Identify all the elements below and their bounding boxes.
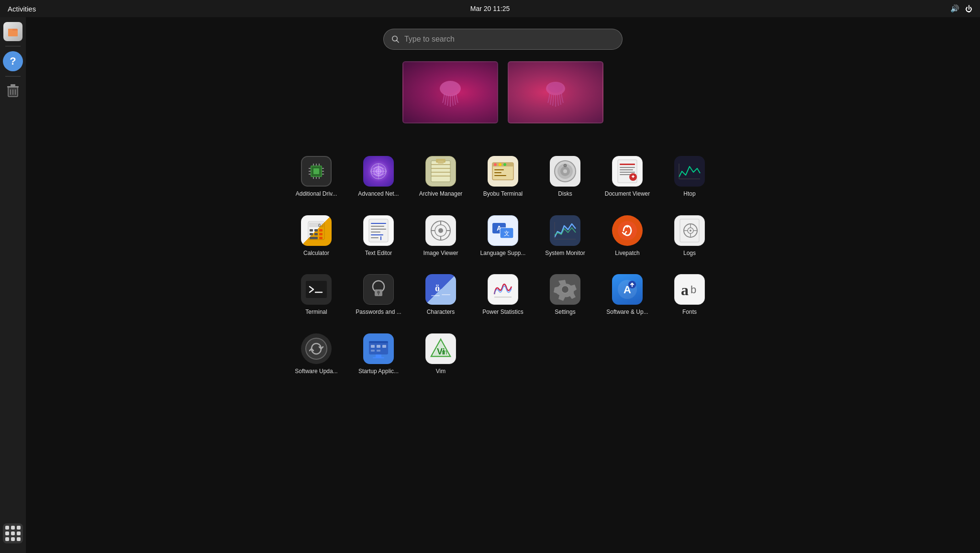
svg-rect-71	[310, 229, 313, 232]
app-item-image-viewer[interactable]: Image Viewer	[412, 211, 469, 261]
apps-grid-icon	[5, 526, 21, 541]
fonts-label: Fonts	[682, 309, 697, 316]
app-item-additional-drivers[interactable]: Additional Driv...	[288, 152, 345, 202]
search-bar[interactable]	[383, 29, 623, 50]
app-item-text-editor[interactable]: Text Editor	[350, 211, 407, 261]
document-viewer-label: Document Viewer	[605, 190, 650, 198]
svg-text:b: b	[690, 284, 696, 296]
app-item-byobu[interactable]: Byobu Terminal	[474, 152, 532, 202]
svg-rect-118	[431, 295, 440, 296]
volume-icon[interactable]: 🔊	[950, 4, 959, 13]
app-item-fonts[interactable]: a b Fonts	[661, 270, 718, 320]
search-input[interactable]	[404, 35, 614, 44]
svg-rect-134	[371, 345, 375, 348]
svg-point-46	[494, 163, 497, 166]
power-icon[interactable]: ⏻	[965, 5, 972, 13]
svg-rect-80	[371, 223, 386, 224]
window-thumbnails	[402, 61, 603, 123]
app-item-startup-applications[interactable]: Startup Applic...	[350, 330, 407, 379]
app-item-characters[interactable]: ö ش Characters	[412, 270, 469, 320]
trash-icon	[4, 82, 22, 100]
archive-manager-label: Archive Manager	[419, 190, 463, 198]
app-item-terminal[interactable]: Terminal	[288, 270, 345, 320]
svg-rect-62	[620, 174, 631, 175]
disks-label: Disks	[558, 190, 572, 198]
svg-rect-81	[371, 226, 384, 227]
svg-rect-131	[369, 341, 388, 343]
app-item-software-update[interactable]: Software Upda...	[288, 330, 345, 379]
vim-icon: Vi m	[425, 333, 456, 364]
svg-rect-138	[377, 350, 380, 352]
startup-svg	[366, 336, 391, 361]
byobu-label: Byobu Terminal	[483, 190, 523, 198]
app-item-document-viewer[interactable]: Document Viewer	[599, 152, 656, 202]
show-applications-button[interactable]	[3, 523, 23, 543]
logs-icon	[674, 215, 705, 246]
app-item-livepatch[interactable]: Livepatch	[599, 211, 656, 261]
svg-point-101	[626, 226, 628, 228]
app-item-archive-manager[interactable]: Archive Manager	[412, 152, 469, 202]
app-item-htop[interactable]: Htop	[661, 152, 718, 202]
disks-icon	[550, 156, 580, 187]
svg-rect-42	[438, 161, 444, 164]
app-item-power-statistics[interactable]: Power Statistics	[474, 270, 532, 320]
svg-point-47	[499, 163, 501, 166]
dock-divider	[5, 46, 21, 46]
app-item-language-support[interactable]: A 文 Language Supp...	[474, 211, 532, 261]
archive-svg	[429, 159, 452, 184]
svg-point-109	[690, 230, 691, 232]
system-monitor-label: System Monitor	[545, 250, 585, 257]
svg-rect-73	[319, 229, 323, 232]
files-icon	[6, 25, 20, 38]
window-thumb-1[interactable]	[402, 61, 498, 123]
terminal-icon	[301, 274, 332, 305]
htop-icon	[674, 156, 705, 187]
search-icon	[391, 35, 400, 44]
dock: ?	[0, 17, 26, 553]
svg-text:ö: ö	[435, 283, 440, 293]
archive-manager-icon	[425, 156, 456, 187]
network-svg	[369, 162, 388, 181]
svg-point-129	[306, 338, 327, 359]
activities-button[interactable]: Activities	[8, 5, 36, 13]
svg-line-10	[397, 40, 399, 42]
terminal-label: Terminal	[305, 309, 327, 316]
softwareupdate-svg	[304, 336, 329, 361]
app-item-passwords[interactable]: Passwords and ...	[350, 270, 407, 320]
dock-files[interactable]	[3, 22, 22, 41]
app-item-vim[interactable]: Vi m Vim	[412, 330, 469, 379]
svg-rect-4	[7, 86, 19, 88]
htop-svg	[677, 162, 702, 181]
app-item-advanced-net[interactable]: Advanced Net...	[350, 152, 407, 202]
livepatch-icon	[612, 215, 643, 246]
system-monitor-icon	[550, 215, 580, 246]
svg-text:ش: ش	[442, 284, 453, 295]
app-item-disks[interactable]: Disks	[536, 152, 594, 202]
app-item-logs[interactable]: Logs	[661, 211, 718, 261]
svg-rect-77	[310, 237, 318, 239]
svg-rect-59	[620, 167, 635, 168]
app-item-calculator[interactable]: 0 Calculator	[288, 211, 345, 261]
settings-icon	[550, 274, 580, 305]
dock-trash[interactable]	[3, 81, 22, 100]
app-item-software-updater[interactable]: A Software & Up...	[599, 270, 656, 320]
fonts-svg: a b	[677, 277, 702, 302]
text-editor-icon	[363, 215, 394, 246]
svg-rect-65	[633, 175, 634, 178]
svg-rect-76	[319, 233, 323, 235]
image-viewer-label: Image Viewer	[423, 250, 458, 257]
power-statistics-icon	[488, 274, 518, 305]
image-viewer-icon	[425, 215, 456, 246]
window-thumb-2[interactable]	[508, 61, 603, 123]
svg-rect-5	[11, 84, 15, 86]
imageviewer-svg	[428, 218, 453, 243]
dock-help[interactable]: ?	[3, 51, 23, 71]
app-item-system-monitor[interactable]: System Monitor	[536, 211, 594, 261]
language-support-label: Language Supp...	[480, 250, 526, 257]
thumb-jellyfish-2	[509, 62, 602, 122]
svg-rect-133	[373, 357, 384, 358]
htop-label: Htop	[683, 190, 695, 198]
langsupport-svg: A 文	[490, 218, 515, 243]
sysmonitor-svg	[553, 219, 578, 242]
app-item-settings[interactable]: Settings	[536, 270, 594, 320]
